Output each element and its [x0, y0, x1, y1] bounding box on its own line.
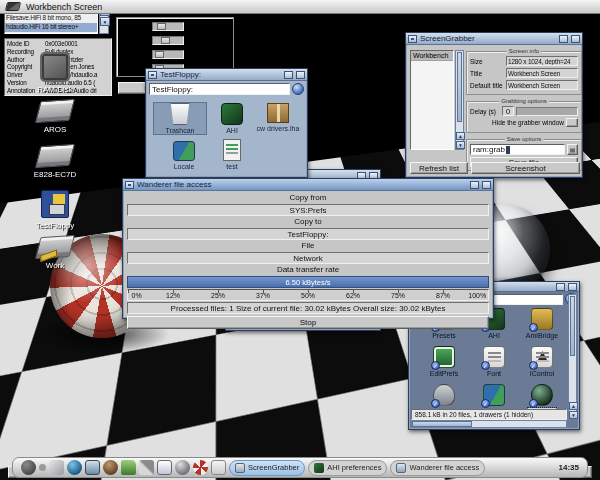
scrollbar-knob[interactable] — [412, 421, 472, 427]
scrollbar-knob[interactable] — [457, 52, 462, 122]
screenshot-button[interactable]: Screenshot — [471, 162, 580, 174]
gain-slider[interactable] — [152, 36, 184, 45]
filename-input[interactable]: ram:grab — [470, 144, 565, 155]
ramdisk-icon — [40, 52, 70, 82]
taskbar[interactable]: ScreenGrabber AHI preferences Wanderer f… — [12, 457, 588, 478]
scroll-up-icon[interactable]: ▲ — [569, 402, 578, 410]
icontrol-icon: ✓ — [531, 346, 553, 368]
file-value: Network — [127, 252, 489, 264]
text-file-icon — [223, 139, 241, 161]
scrollbar-knob[interactable] — [570, 296, 575, 356]
scroll-down-icon[interactable]: ▼ — [100, 17, 110, 26]
amidog-icon[interactable] — [103, 460, 118, 475]
prefs-icon-font[interactable]: ✓ Font — [469, 346, 519, 377]
desktop-icon-e828[interactable]: E828-EC7D — [22, 145, 88, 179]
dvi-ami-icon[interactable] — [211, 460, 226, 475]
desktop-icon-ramdisk[interactable]: RAM Disk — [22, 52, 88, 94]
close-gadget[interactable] — [125, 181, 134, 189]
scroll-down-icon[interactable]: ▼ — [569, 411, 578, 419]
boing-ball-icon[interactable] — [193, 460, 208, 475]
monitor-label: Monitor — [120, 23, 150, 30]
desktop-icon-aros[interactable]: AROS — [22, 100, 88, 134]
screen-info-group: Screen info Size 1280 x 1024, depth=24 T… — [466, 51, 582, 95]
delay-label: Delay (s) — [470, 108, 500, 115]
screen-list-scrollbar[interactable]: ▲ ▼ — [455, 50, 464, 150]
path-popup-button[interactable] — [292, 83, 304, 95]
prefs-icon-editprefs[interactable]: ✓ EditPrefs — [419, 346, 469, 377]
transfer-rate-gauge: 6.50 kBytes/s — [127, 276, 489, 288]
font-icon: ✓ — [483, 346, 505, 368]
copy-to-label: Copy to — [127, 217, 489, 227]
copy-from-value: SYS:Prefs — [127, 204, 489, 216]
file-icon-cwdrivers[interactable]: cw drivers.lha — [252, 103, 304, 132]
screen-list[interactable]: Workbench — [410, 50, 454, 150]
file-icon-ahi[interactable]: AHI — [206, 103, 258, 134]
vertical-scrollbar[interactable]: ▲ ▼ — [568, 294, 577, 420]
rate-label: Data transfer rate — [127, 265, 489, 275]
shell-icon[interactable] — [49, 460, 64, 475]
network-icon: ✓ — [531, 384, 553, 406]
file-popup-icon[interactable]: ▤ — [567, 144, 578, 155]
drawer-icon[interactable] — [121, 460, 136, 475]
dot-icon[interactable] — [39, 464, 46, 471]
input-icon: ✓ — [433, 384, 455, 406]
zoom-gadget[interactable] — [470, 181, 479, 189]
taskbar-window-wanderer[interactable]: Wanderer file access — [390, 460, 485, 476]
search-doc-icon[interactable] — [157, 460, 172, 475]
tools-icon[interactable] — [139, 460, 154, 475]
depth-gadget[interactable] — [568, 283, 577, 291]
input-slider[interactable] — [152, 50, 184, 59]
desktop-icon-testfloppy[interactable]: TestFloppy — [22, 190, 88, 230]
screengrabber-window[interactable]: ScreenGrabber Workbench ▲ ▼ Screen info … — [405, 32, 583, 178]
zoom-gadget[interactable] — [559, 35, 568, 43]
scroll-down-icon[interactable]: ▼ — [456, 141, 465, 149]
default-title-label: Default title — [470, 82, 504, 89]
file-icon-trashcan[interactable]: Trashcan — [154, 103, 206, 134]
aros-logo-icon[interactable] — [5, 2, 21, 11]
screen-list-item[interactable]: Workbench — [411, 51, 453, 61]
copy-from-label: Copy from — [127, 193, 489, 203]
hide-grabber-checkbox[interactable] — [566, 118, 578, 127]
browser-earth-icon[interactable] — [67, 460, 82, 475]
depth-gadget[interactable] — [482, 181, 491, 189]
taskbar-window-ahi[interactable]: AHI preferences — [308, 460, 387, 476]
zoom-gadget[interactable] — [284, 71, 293, 79]
testfloppy-titlebar[interactable]: TestFloppy: — [146, 69, 307, 81]
zune-menu-icon[interactable] — [21, 460, 36, 475]
horizontal-scrollbar[interactable] — [411, 420, 567, 428]
depth-gadget[interactable] — [296, 71, 305, 79]
refresh-list-button[interactable]: Refresh list — [410, 162, 468, 174]
screengrabber-titlebar[interactable]: ScreenGrabber — [406, 33, 582, 45]
close-gadget[interactable] — [408, 35, 417, 43]
workbench-screen: Workbench Screen RAM Disk AROS E828-EC7D… — [0, 0, 600, 480]
status-bar: 858.1 kB in 20 files, 1 drawers (1 hidde… — [411, 409, 567, 420]
scroll-up-icon[interactable]: ▲ — [456, 132, 465, 140]
locale-icon: ✓ — [483, 384, 505, 406]
stop-button[interactable]: Stop — [127, 316, 489, 329]
file-icon-test[interactable]: test — [206, 139, 258, 170]
screens-icon[interactable] — [85, 460, 100, 475]
file-icon-locale[interactable]: Locale — [158, 141, 210, 170]
file-label: File — [127, 241, 489, 251]
close-gadget[interactable] — [148, 71, 157, 79]
depth-gadget[interactable] — [571, 35, 580, 43]
taskbar-window-screengrabber[interactable]: ScreenGrabber — [229, 460, 305, 476]
monitor-slider[interactable] — [152, 22, 184, 31]
amibridge-icon: ✓ — [531, 308, 553, 330]
disk-pencil-icon — [35, 235, 75, 259]
prefs-icon-amibridge[interactable]: ✓ AmiBridge — [517, 308, 567, 339]
delay-slider[interactable] — [516, 107, 578, 116]
file-access-window[interactable]: Wanderer file access Copy from SYS:Prefs… — [122, 178, 494, 319]
path-input[interactable]: TestFloppy: — [149, 83, 290, 95]
grey-ball-icon[interactable] — [175, 460, 190, 475]
menu-bar[interactable]: Workbench Screen — [0, 0, 600, 14]
delay-value[interactable]: 0 — [502, 106, 514, 116]
mode-list-item-selected[interactable]: hdaudio.HiFi 16 bit stereo+ — [5, 23, 97, 32]
testfloppy-window[interactable]: TestFloppy: TestFloppy: Trashcan AHI cw — [145, 68, 308, 178]
prefs-icon-icontrol[interactable]: ✓ IControl — [517, 346, 567, 377]
mode-list-item[interactable]: Filesave.HiFi 8 bit mono, 85 — [5, 14, 97, 23]
size-label: Size — [470, 58, 504, 65]
desktop-icon-work[interactable]: Work — [22, 236, 88, 270]
file-access-titlebar[interactable]: Wanderer file access — [123, 179, 493, 191]
zoom-gadget[interactable] — [556, 283, 565, 291]
